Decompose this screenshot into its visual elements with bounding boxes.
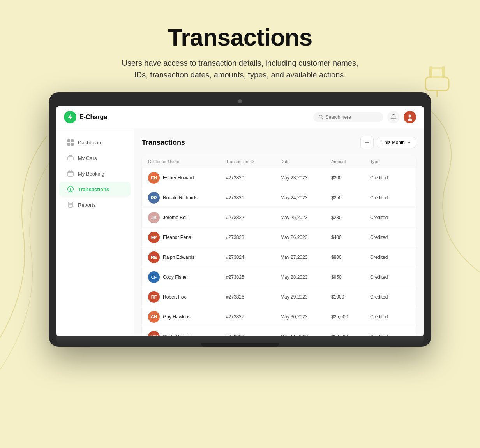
customer-cell: CF Cody Fisher (148, 271, 226, 283)
logo-text: E-Charge (79, 114, 107, 121)
transaction-amount: $25,000 (331, 314, 370, 320)
svg-rect-14 (68, 157, 73, 160)
search-icon (319, 114, 323, 119)
sidebar-label-my-booking: My Booking (78, 171, 104, 177)
sidebar-item-my-cars[interactable]: My Cars (59, 151, 131, 165)
transaction-id: #273825 (226, 274, 281, 280)
month-label: This Month (382, 140, 405, 145)
month-dropdown[interactable]: This Month (377, 137, 416, 148)
customer-cell: RE Ralph Edwards (148, 251, 226, 263)
col-type: Type (370, 159, 416, 164)
top-bar: E-Charge (56, 106, 424, 128)
table-row: RR Ronald Richards #273821 May 24,2023 $… (142, 188, 416, 208)
svg-rect-13 (71, 143, 74, 146)
customer-avatar: RF (148, 291, 160, 303)
svg-rect-11 (71, 139, 74, 142)
transaction-type: Credited (370, 314, 416, 320)
transaction-amount: $400 (331, 235, 370, 240)
table-row: WW Wade Warren #273828 MAy 31,2023 $50,0… (142, 327, 416, 336)
customer-avatar: CF (148, 271, 160, 283)
transaction-date: May 23,2023 (281, 175, 331, 181)
transaction-id: #273824 (226, 255, 281, 260)
customer-name: Ralph Edwards (163, 255, 194, 260)
customer-cell: RR Ronald Richards (148, 192, 226, 204)
laptop-screen: E-Charge (56, 106, 424, 336)
sidebar-item-dashboard[interactable]: Dashboard (59, 135, 131, 150)
customer-cell: EP Eleanor Pena (148, 232, 226, 243)
laptop-camera (238, 99, 242, 103)
table-row: GH Guy Hawkins #273827 May 30,2023 $25,0… (142, 307, 416, 327)
customer-name: Ronald Richards (163, 195, 198, 200)
sidebar-label-my-cars: My Cars (78, 155, 97, 161)
table-row: RE Ralph Edwards #273824 May 27,2023 $80… (142, 248, 416, 267)
laptop: E-Charge (49, 92, 431, 347)
svg-point-15 (69, 160, 70, 161)
search-input[interactable] (326, 114, 378, 120)
customer-avatar: RE (148, 251, 160, 263)
table-body: EH Esther Howard #273820 May 23,2023 $20… (142, 168, 416, 336)
car-icon (67, 155, 74, 162)
logo-icon (64, 111, 76, 123)
chevron-down-icon (407, 141, 411, 144)
transaction-id: #273827 (226, 314, 281, 320)
transaction-id: #273822 (226, 215, 281, 220)
dashboard-icon (67, 139, 74, 146)
col-transaction-id: Transaction ID (226, 159, 281, 164)
top-bar-right (313, 111, 416, 123)
filter-icon (364, 139, 370, 146)
section-header: Transactions This Month (142, 136, 416, 149)
sidebar-label-transactions: Transactions (78, 186, 109, 192)
svg-point-8 (409, 114, 411, 117)
page-subtitle: Users have access to transaction details… (0, 57, 480, 81)
transaction-id: #273820 (226, 175, 281, 181)
sidebar-item-transactions[interactable]: $ Transactions (59, 182, 131, 197)
customer-cell: EH Esther Howard (148, 172, 226, 184)
logo-area: E-Charge (64, 111, 107, 123)
transaction-type: Credited (370, 175, 416, 181)
transactions-table: Customer Name Transaction ID Date Amount… (142, 155, 416, 336)
sidebar-label-dashboard: Dashboard (78, 140, 103, 146)
table-row: JB Jerome Bell #273822 May 25,2023 $280 … (142, 208, 416, 228)
customer-avatar: EH (148, 172, 160, 184)
transaction-date: May 29,2023 (281, 294, 331, 300)
notification-bell-button[interactable] (387, 111, 400, 123)
col-amount: Amount (331, 159, 370, 164)
user-avatar-button[interactable] (404, 111, 416, 123)
svg-text:$: $ (69, 188, 71, 191)
transaction-id: #273826 (226, 294, 281, 300)
table-header: Customer Name Transaction ID Date Amount… (142, 155, 416, 168)
filter-button[interactable] (360, 136, 374, 149)
transaction-date: May 28,2023 (281, 274, 331, 280)
customer-name: Jerome Bell (163, 215, 187, 220)
sidebar-item-reports[interactable]: Reports (59, 197, 131, 212)
transaction-amount: $1000 (331, 294, 370, 300)
search-box[interactable] (313, 112, 383, 122)
booking-icon (67, 170, 74, 177)
laptop-base (56, 336, 424, 347)
transaction-amount: $950 (331, 274, 370, 280)
customer-cell: WW Wade Warren (148, 331, 226, 336)
transaction-amount: $800 (331, 255, 370, 260)
transaction-type: Credited (370, 255, 416, 260)
transaction-type: Credited (370, 215, 416, 220)
sidebar-item-my-booking[interactable]: My Booking (59, 166, 131, 181)
customer-name: Guy Hawkins (163, 314, 191, 320)
col-customer-name: Customer Name (148, 159, 226, 164)
reports-icon (67, 201, 74, 208)
transaction-date: May 27,2023 (281, 255, 331, 260)
page-title: Transactions (0, 23, 480, 51)
transaction-type: Credited (370, 235, 416, 240)
transaction-amount: $280 (331, 215, 370, 220)
app-body: Dashboard My Cars (56, 128, 424, 336)
transactions-icon: $ (67, 186, 74, 193)
svg-line-6 (322, 118, 323, 119)
customer-cell: JB Jerome Bell (148, 212, 226, 223)
table-row: CF Cody Fisher #273825 May 28,2023 $950 … (142, 267, 416, 287)
customer-avatar: EP (148, 232, 160, 243)
svg-rect-10 (67, 139, 70, 142)
svg-point-16 (72, 160, 73, 161)
customer-name: Cody Fisher (163, 274, 188, 280)
section-title: Transactions (142, 139, 185, 147)
svg-rect-17 (68, 171, 73, 176)
table-row: RF Robert Fox #273826 May 29,2023 $1000 … (142, 287, 416, 307)
